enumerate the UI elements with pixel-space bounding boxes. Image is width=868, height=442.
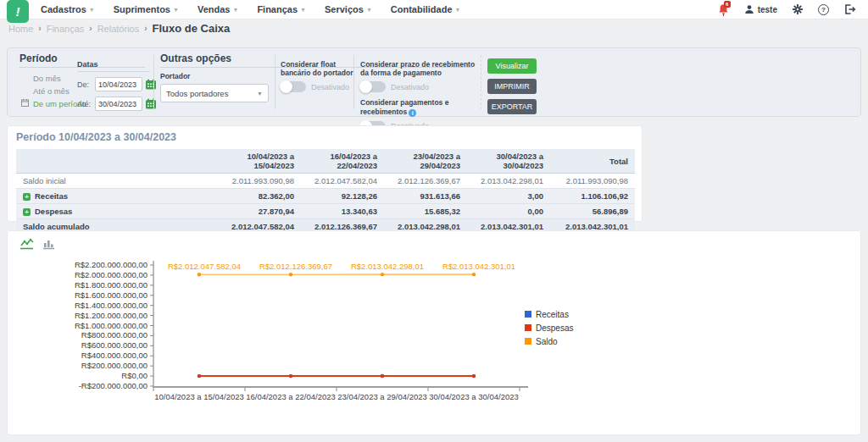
toggle-prazo-state: Desativado <box>391 83 429 91</box>
y-axis-tick-label: R$2.200.000.000,00 <box>75 260 147 269</box>
breadcrumb-home[interactable]: Home <box>8 24 33 34</box>
table-row: Saldo inicial 2.011.993.090,98 2.012.047… <box>16 174 635 189</box>
cell-value: 82.362,00 <box>218 189 301 204</box>
point-label: R$2.013.042.298,01 <box>351 262 424 271</box>
info-icon[interactable]: i <box>409 109 416 117</box>
visualizar-button[interactable]: Visualizar <box>487 58 537 74</box>
cell-value: 1.106.106,92 <box>550 189 635 204</box>
cell-value: 2.012.047.582,04 <box>301 174 384 189</box>
data-point <box>381 374 384 378</box>
date-from-label: De: <box>77 80 92 89</box>
portador-label: Portador <box>160 72 269 80</box>
expand-plus-icon[interactable]: + <box>23 208 31 216</box>
toggle-knob <box>280 80 292 93</box>
legend-label: Saldo <box>536 337 558 346</box>
calendar-icon[interactable] <box>145 97 157 110</box>
menu-suprimentos[interactable]: Suprimentos▼ <box>114 4 179 14</box>
portador-selected-value: Todos portadores <box>166 89 257 98</box>
point-label: R$2.013.042.301,01 <box>442 262 515 271</box>
expand-plus-icon[interactable]: + <box>23 193 31 201</box>
menu-servicos[interactable]: Serviços▼ <box>325 4 372 14</box>
cell-value: 56.896,89 <box>550 204 635 219</box>
column-header: 30/04/2023 a 30/04/2023 <box>467 149 550 174</box>
breadcrumb-separator: › <box>38 24 41 33</box>
y-axis-tick-label: R$800.000.000,00 <box>81 330 147 340</box>
data-point <box>381 273 384 276</box>
breadcrumb-financas[interactable]: Finanças <box>47 24 85 34</box>
y-axis-tick-label: R$400.000.000,00 <box>81 351 147 360</box>
main-menu: Cadastros▼ Suprimentos▼ Vendas▼ Finanças… <box>41 4 460 14</box>
help-icon[interactable]: ? <box>818 4 829 15</box>
menu-label: Suprimentos <box>114 4 170 14</box>
logout-icon[interactable] <box>843 3 856 15</box>
row-label: Saldo inicial <box>16 174 218 189</box>
chevron-down-icon: ▼ <box>173 7 179 13</box>
toggle-float-state: Desativado <box>311 83 349 91</box>
row-label: Receitas <box>35 191 68 201</box>
notifications-bell-icon[interactable]: 6 <box>717 3 730 17</box>
chevron-down-icon: ▼ <box>232 7 238 13</box>
cashflow-line-chart: R$2.200.000.000,00R$2.000.000.000,00R$1.… <box>8 255 860 424</box>
user-icon <box>744 4 754 14</box>
toggle-prazo-switch[interactable] <box>360 81 386 92</box>
notification-badge: 6 <box>724 1 731 8</box>
y-axis-tick-label: R$1.400.000.000,00 <box>75 301 147 310</box>
cell-value: 27.870,94 <box>218 204 301 219</box>
point-label: R$2.012.126.369,67 <box>259 262 332 271</box>
portador-select[interactable]: Todos portadores ▼ <box>160 84 269 102</box>
report-period-title: Período 10/04/2023 a 30/04/2023 <box>16 131 633 143</box>
bar-chart-icon[interactable] <box>42 238 55 253</box>
legend-swatch <box>525 338 531 345</box>
menu-contabilidade[interactable]: Contabilidade▼ <box>391 4 461 14</box>
date-from-input[interactable] <box>95 77 142 91</box>
y-axis-tick-label: R$1.600.000.000,00 <box>75 290 147 300</box>
cell-value: 931.613,66 <box>384 189 467 204</box>
filter-panel: Período Do mês Até o mês De um período D… <box>7 47 861 117</box>
user-name: teste <box>758 5 777 14</box>
table-row: +Receitas 82.362,00 92.128,26 931.613,66… <box>16 189 635 204</box>
menu-label: Contabilidade <box>391 4 453 14</box>
toggle-float-switch[interactable] <box>281 81 306 92</box>
user-menu[interactable]: teste <box>744 4 777 14</box>
y-axis-tick-label: R$200.000.000,00 <box>81 361 147 370</box>
calendar-icon[interactable] <box>145 78 157 91</box>
cell-value: 2.012.126.369,67 <box>384 174 467 189</box>
data-point <box>198 374 201 378</box>
table-row: +Despesas 27.870,94 13.340,63 15.685,32 … <box>16 204 635 219</box>
question-mark: ? <box>818 4 829 15</box>
x-axis-tick-label: 10/04/2023 a 15/04/2023 <box>154 392 244 401</box>
chevron-down-icon: ▼ <box>300 7 306 13</box>
y-axis-tick-label: R$1.200.000.000,00 <box>75 311 147 320</box>
menu-vendas[interactable]: Vendas▼ <box>198 4 238 14</box>
cell-value: 3,00 <box>467 189 550 204</box>
y-axis-tick-label: R$2.000.000.000,00 <box>75 270 147 279</box>
x-axis-tick-label: 30/04/2023 a 30/04/2023 <box>429 392 519 401</box>
imprimir-button[interactable]: IMPRIMIR <box>487 79 537 94</box>
toggle-float-block: Considerar float bancário do portador De… <box>281 60 353 92</box>
chevron-down-icon: ▼ <box>89 7 95 13</box>
legend-swatch <box>525 311 531 318</box>
datas-label: Datas <box>77 60 150 72</box>
page-title: Fluxo de Caixa <box>153 22 231 35</box>
date-to-input[interactable] <box>95 97 142 111</box>
row-label: Despesas <box>35 207 72 216</box>
data-point <box>472 273 476 276</box>
column-header: 23/04/2023 a 29/04/2023 <box>384 149 467 174</box>
divider-dashed <box>481 55 481 109</box>
app-logo[interactable]: ! <box>7 0 29 23</box>
x-axis-tick-label: 23/04/2023 a 29/04/2023 <box>337 392 427 401</box>
menu-label: Cadastros <box>41 4 86 14</box>
breadcrumb-separator: › <box>89 24 92 33</box>
point-label: R$2.012.047.582,04 <box>168 262 241 271</box>
y-axis-tick-label: R$0,00 <box>121 371 147 380</box>
menu-cadastros[interactable]: Cadastros▼ <box>41 4 95 14</box>
line-chart-icon[interactable] <box>19 238 34 253</box>
datas-block: Datas De: Até: <box>77 60 150 116</box>
date-to-row: Até: <box>77 97 150 111</box>
x-axis-tick-label: 16/04/2023 a 22/04/2023 <box>246 392 336 401</box>
top-navbar: ! Cadastros▼ Suprimentos▼ Vendas▼ Finanç… <box>0 0 868 19</box>
settings-gear-icon[interactable] <box>792 3 804 15</box>
exportar-button[interactable]: EXPORTAR <box>487 99 537 114</box>
breadcrumb-relatorios[interactable]: Relatórios <box>97 24 140 34</box>
menu-financas[interactable]: Finanças▼ <box>257 4 306 14</box>
